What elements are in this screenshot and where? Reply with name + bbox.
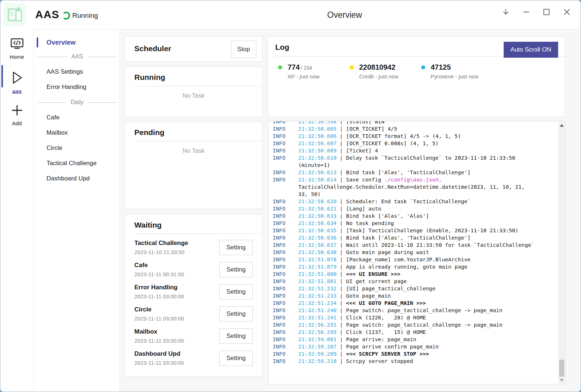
log-segment: INFO (273, 140, 298, 146)
nav-aas[interactable]: aas (0, 60, 33, 95)
maximize-button[interactable] (539, 5, 554, 19)
log-stat: 47125Pyroxene - just now (421, 63, 493, 79)
waiting-task-row: Cafe2023-11-11 00:31:50Setting (134, 258, 253, 281)
stat-value-row: 220810942 (359, 63, 398, 72)
log-segment: <<< SCRCPY SERVER STOP >>> (346, 351, 429, 357)
sidebar-item-circle[interactable]: Circle (34, 140, 119, 156)
log-segment: 21:32:50.633 (298, 213, 340, 219)
stat-dot-icon (421, 65, 425, 69)
log-segment: 21:32:50.634 (298, 220, 340, 226)
log-segment: | (340, 140, 346, 146)
home-code-monitor-icon (10, 37, 24, 52)
sidebar-item-error-handling[interactable]: Error Handling (34, 79, 119, 95)
sidebar-item-cafe[interactable]: Cafe (34, 110, 119, 125)
log-segment: INFO (273, 256, 298, 262)
section-label: AAS (67, 53, 88, 60)
download-arrow-button[interactable] (499, 5, 513, 19)
task-setting-button[interactable]: Setting (219, 328, 253, 344)
log-segment: Bind task ['Alas', 'TacticalChallenge'] (346, 234, 471, 241)
log-segment: Click (1226, 28) @ HOME (346, 314, 426, 320)
log-segment: 21:32:51.078 (298, 256, 340, 262)
plus-icon (11, 104, 24, 118)
log-segment: 21:32:51.081 (298, 278, 340, 284)
log-segment: 21:32:56.291 (298, 322, 340, 328)
log-line: INFO 21:32:51.081 | UI get current page (273, 278, 565, 285)
sidebar-item-dashboard-upd[interactable]: Dashboard Upd (34, 171, 119, 186)
task-setting-button[interactable]: Setting (219, 351, 253, 366)
log-segment: INFO (273, 351, 298, 357)
log-segment: Page arrive: page_main (346, 336, 416, 342)
scroll-up-arrow-icon[interactable] (558, 122, 565, 128)
log-segment: | (340, 293, 346, 299)
scrollbar-thumb[interactable] (559, 360, 564, 377)
task-setting-button[interactable]: Setting (219, 284, 253, 299)
log-segment: 21:32:51.079 (298, 264, 340, 270)
stat-value: 47125 (431, 63, 451, 71)
log-line: INFO 21:32:56.291 | Page switch: page_ta… (273, 321, 565, 328)
auto-scroll-toggle-button[interactable]: Auto Scroll ON (504, 42, 558, 58)
log-segment: | (340, 264, 346, 270)
nav-home[interactable]: Home (0, 29, 33, 60)
task-setting-button[interactable]: Setting (219, 306, 253, 322)
task-setting-button[interactable]: Setting (219, 262, 253, 277)
log-line: INFO 21:32:50.605 | [OCR_TICKET] 4/5 (273, 125, 565, 132)
sidebar-sections: AASAAS SettingsError HandlingDailyCafeMa… (34, 49, 119, 186)
scroll-down-arrow-icon[interactable] (558, 377, 565, 383)
log-segment: Delay task `TacticalChallenge` to 2023-1… (346, 155, 515, 161)
log-segment: [OCR_TICKET format] 4/5 -> (4, 1, 5) (346, 133, 461, 139)
log-segment: <<< UI ENSURE >>> (346, 271, 400, 277)
log-segment: | (340, 343, 346, 350)
log-scrollbar[interactable] (558, 122, 565, 384)
task-next-run: 2023-11-11 03:00:00 (134, 338, 184, 344)
stat-label: Pyroxene - just now (431, 73, 479, 79)
log-segment: | (340, 126, 346, 132)
stat-label: Credit - just now (359, 73, 398, 79)
app-name: AAS (35, 8, 59, 21)
sidebar-item-tactical-challenge[interactable]: Tactical Challenge (34, 156, 119, 171)
stat-value-row: 774/ 234 (288, 63, 320, 72)
log-line: INFO 21:32:50.606 | [OCR_TICKET format] … (273, 132, 565, 140)
task-name: Circle (134, 306, 184, 313)
log-lines: INFO 21:32:50.598 | [Status] WININFO 21:… (273, 121, 565, 365)
task-setting-button[interactable]: Setting (219, 240, 253, 255)
log-line: INFO 21:32:50.607 | [OCR_TICKET 0.008s] … (273, 140, 565, 147)
log-segment: INFO (273, 271, 298, 277)
log-line: INFO 21:32:51.078 | [Package_name] com.Y… (273, 256, 565, 263)
log-line: TacticalChallenge.Scheduler.NextRun=date… (273, 183, 565, 191)
divider-line (88, 57, 117, 57)
log-segment: 21:32:50.607 (298, 140, 340, 146)
stat-dot-icon (350, 65, 354, 69)
log-segment: | (340, 249, 346, 255)
minimize-button[interactable] (519, 5, 533, 19)
sidebar-overview-label: Overview (46, 39, 76, 46)
log-segment: Click (1237, 15) @ HOME (346, 329, 426, 335)
log-segment: 21:32:50.609 (298, 147, 340, 154)
sidebar-item-aas-settings[interactable]: AAS Settings (34, 64, 119, 79)
waiting-task-list: Tactical Challenge2023-11-10 21:33:50Set… (125, 234, 262, 369)
log-line: INFO 21:32:51.080 | <<< UI ENSURE >>> (273, 270, 565, 278)
log-segment: App is already running, goto main page (346, 264, 467, 270)
nav-rail: Home aas Add (0, 29, 34, 392)
log-segment: UI get current page (346, 278, 407, 284)
log-segment: | (340, 271, 346, 277)
nav-add[interactable]: Add (0, 95, 33, 126)
log-segment: 21:32:51.240 (298, 307, 340, 313)
log-segment: | (340, 198, 346, 204)
log-segment: INFO (273, 336, 298, 342)
log-segment: | (340, 213, 346, 219)
sidebar-item-mailbox[interactable]: Mailbox (34, 125, 119, 140)
task-info: Mailbox2023-11-11 03:00:00 (134, 328, 184, 344)
log-line: INFO 21:32:59.209 | <<< SCRCPY SERVER ST… (273, 350, 565, 358)
log-segment: | (340, 329, 346, 335)
log-segment: 21:32:50.621 (298, 205, 340, 212)
task-next-run: 2023-11-11 03:00:00 (134, 315, 184, 322)
log-segment: | (340, 285, 346, 291)
log-segment: Bind task ['Alas', 'Alas'] (346, 213, 429, 219)
close-button[interactable] (560, 5, 574, 19)
log-segment: 21:32:50.635 (298, 227, 340, 233)
waiting-task-row: Mailbox2023-11-11 03:00:00Setting (134, 325, 253, 347)
scheduler-stop-button[interactable]: Stop (231, 41, 256, 58)
task-name: Dashboard Upd (134, 350, 184, 358)
main-content: Scheduler Stop Running No Task Pending N… (119, 29, 581, 392)
sidebar-item-overview[interactable]: Overview (34, 36, 119, 49)
